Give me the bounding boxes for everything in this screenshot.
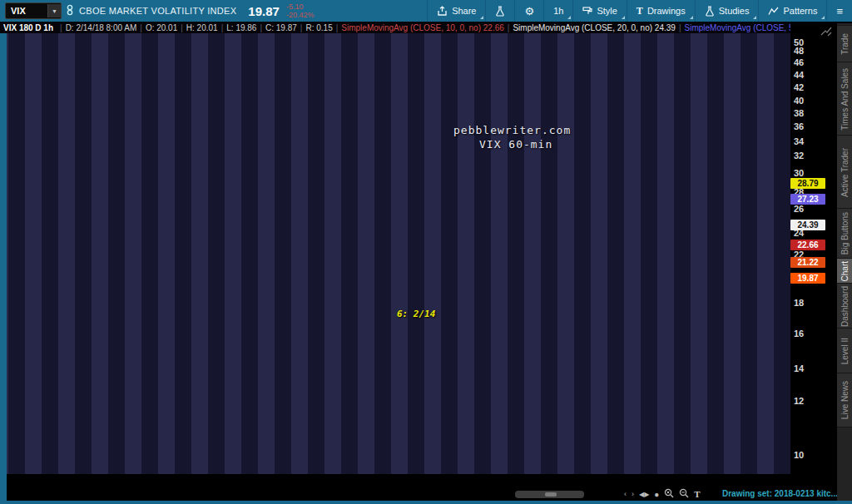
price-tick: 38 <box>794 108 804 118</box>
ohlc-fields: |D: 2/14/18 8:00 AM|O: 20.01|H: 20.01|L:… <box>57 23 333 32</box>
horizontal-scrollbar[interactable] <box>515 491 584 498</box>
studies-readout: |SimpleMovingAvg (CLOSE, 10, 0, no) 22.6… <box>333 23 790 32</box>
link-icon[interactable] <box>66 4 74 17</box>
scrollbar-handle[interactable] <box>545 492 557 497</box>
left-frame <box>0 22 7 501</box>
menu-icon: ≡ <box>836 5 843 17</box>
price-tick: 46 <box>794 57 804 67</box>
price-tick: 32 <box>794 151 804 161</box>
side-tab-label: Dashboard <box>840 286 850 327</box>
price-badge: 21.22 <box>790 257 825 268</box>
share-button[interactable]: Share <box>427 0 485 22</box>
globe-icon[interactable]: ● <box>654 490 659 499</box>
ohlc-field: L: 19.86 <box>226 23 256 32</box>
style-button[interactable]: Style <box>572 0 626 22</box>
price-change: -5.10 -20.42% <box>286 2 315 19</box>
chart-header: VIX 180 D 1h |D: 2/14/18 8:00 AM|O: 20.0… <box>0 22 790 33</box>
change-pct: -20.42% <box>286 11 315 19</box>
flask-icon <box>495 6 505 17</box>
side-tab-label: Big Buttons <box>840 212 850 254</box>
price-tick: 30 <box>794 168 804 178</box>
text-tool-icon[interactable]: T <box>694 489 700 499</box>
side-tab-label: Level II <box>840 338 850 364</box>
study-readout[interactable]: SimpleMovingAvg (CLOSE, 50, 0, no) ... <box>685 23 791 32</box>
side-tab-label: Live News <box>840 381 850 419</box>
separator: | <box>260 23 262 32</box>
side-tab-times-and-sales[interactable]: Times And Sales <box>837 62 852 136</box>
price-tick: 36 <box>794 121 804 131</box>
drawing-set-label[interactable]: Drawing set: 2018-0213 kitc... <box>722 489 838 498</box>
study-readout[interactable]: SimpleMovingAvg (CLOSE, 20, 0, no) 24.39 <box>513 23 675 32</box>
separator: | <box>181 23 183 32</box>
symbol-select[interactable]: VIX ▼ <box>5 2 62 19</box>
drawings-label: Drawings <box>647 6 686 16</box>
side-tab-strip: TradeTimes And SalesActive TraderBig But… <box>837 23 852 504</box>
zoom-out-icon[interactable] <box>679 488 689 500</box>
bottom-frame <box>0 501 852 504</box>
instrument-name: CBOE MARKET VOLATILITY INDEX <box>79 6 236 16</box>
side-tab-big-buttons[interactable]: Big Buttons <box>837 208 852 259</box>
side-tab-dashboard[interactable]: Dashboard <box>837 283 852 329</box>
side-tab-label: Active Trader <box>840 148 850 197</box>
price-badge: 19.87 <box>790 273 825 284</box>
studies-flask-icon <box>705 6 715 17</box>
price-badge: 22.66 <box>790 240 825 250</box>
price-badge: 28.79 <box>790 178 825 189</box>
side-tab-trade[interactable]: Trade <box>837 25 852 63</box>
price-tick: 26 <box>794 204 804 214</box>
separator: | <box>336 23 339 32</box>
timeframe-button[interactable]: 1h <box>543 0 572 22</box>
zoom-reset-icon[interactable] <box>664 488 674 500</box>
side-tab-active-trader[interactable]: Active Trader <box>837 135 852 210</box>
price-badge: 27.23 <box>790 194 825 205</box>
study-readout[interactable]: SimpleMovingAvg (CLOSE, 10, 0, no) 22.66 <box>341 23 503 32</box>
gear-icon: ⚙ <box>524 5 534 17</box>
app-window: VIX ▼ CBOE MARKET VOLATILITY INDEX 19.87… <box>0 0 852 504</box>
price-tick: 10 <box>794 450 804 460</box>
price-tick: 34 <box>794 136 804 146</box>
toolbar-buttons: Share ⚙ 1h Style T Drawings Studies <box>427 0 852 22</box>
ohlc-field: O: 20.01 <box>146 23 177 32</box>
price-axis[interactable]: 5048464442403836343230282624221816141210… <box>790 23 837 474</box>
chart-nav-tools: ‹ › ◀▶ ● T <box>624 487 701 501</box>
price-badge: 24.39 <box>790 220 825 230</box>
watermark-line2: VIX 60-min <box>479 138 552 151</box>
chevron-down-icon[interactable]: ▼ <box>47 4 61 17</box>
drawings-button[interactable]: T Drawings <box>627 0 695 22</box>
studies-button[interactable]: Studies <box>695 0 759 22</box>
side-tab-level-ii[interactable]: Level II <box>837 328 852 374</box>
studies-label: Studies <box>719 6 750 16</box>
step-right-icon[interactable]: › <box>632 490 634 498</box>
pan-icon[interactable]: ◀▶ <box>639 491 649 498</box>
separator: | <box>300 23 303 32</box>
bottom-bar: ‹ ‹ › ◀▶ ● T Drawing set: 2018-0213 kitc… <box>0 487 837 501</box>
side-tab-live-news[interactable]: Live News <box>837 373 852 427</box>
watermark-line1: pebblewriter.com <box>453 124 571 136</box>
chart-plot-area[interactable] <box>7 33 790 474</box>
separator: | <box>679 23 681 32</box>
settings-button[interactable]: ⚙ <box>514 0 543 22</box>
share-icon <box>437 6 448 16</box>
price-tick: 40 <box>794 96 804 106</box>
price-tick: 16 <box>794 329 804 338</box>
patterns-icon <box>768 7 779 16</box>
ohlc-field: C: 19.87 <box>265 23 297 32</box>
side-tab-label: Trade <box>840 33 850 55</box>
menu-button[interactable]: ≡ <box>826 0 852 22</box>
last-price: 19.87 <box>248 4 280 18</box>
patterns-button[interactable]: Patterns <box>758 0 826 22</box>
axis-settings-icon[interactable] <box>820 25 832 40</box>
change-abs: -5.10 <box>286 2 315 11</box>
onDemand-button[interactable] <box>485 0 514 22</box>
ohlc-field: R: 0.15 <box>305 23 332 32</box>
price-tick: 12 <box>794 396 804 406</box>
side-tab-chart[interactable]: Chart <box>837 258 852 284</box>
separator: | <box>508 23 510 32</box>
patterns-label: Patterns <box>783 6 817 16</box>
price-tick: 18 <box>794 298 804 308</box>
step-left-icon[interactable]: ‹ <box>624 490 627 498</box>
event-label: 6: 2/14 <box>397 309 435 319</box>
share-label: Share <box>452 6 476 16</box>
time-axis[interactable] <box>0 474 837 487</box>
price-tick: 44 <box>794 70 804 80</box>
